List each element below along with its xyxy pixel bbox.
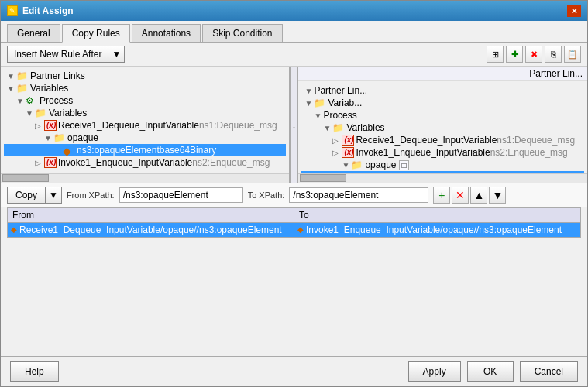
bottom-bar: Help Apply OK Cancel (1, 356, 587, 386)
variables2-label: Variables (49, 108, 87, 118)
right-tree-item-partner[interactable]: ▼ Partner Lin... (301, 84, 584, 97)
tab-general[interactable]: General (7, 24, 60, 42)
ns3opaque-label: ns3:opaqueElement (77, 145, 160, 156)
paste-icon[interactable]: 📋 (564, 46, 581, 63)
apply-button[interactable]: Apply (408, 361, 461, 382)
right-receive1-label: Receive1_Dequeue_InputVariable (356, 135, 497, 146)
left-scrollbar-thumb[interactable] (2, 174, 49, 182)
tree-item-variables[interactable]: ▼ 📁 Variables (4, 82, 286, 94)
right-toggle-opaque[interactable]: ▼ (342, 161, 351, 170)
close-button[interactable]: ✕ (567, 5, 581, 17)
right-toggle-invoke1[interactable]: ▷ (332, 149, 342, 157)
copy-icon[interactable]: ⎘ (545, 46, 562, 63)
tree-item-receive1[interactable]: ▷ (x) Receive1_Dequeue_InputVariable ns1… (4, 119, 286, 132)
tree-item-opaque[interactable]: ▼ 📁 opaque (4, 132, 286, 144)
invoke1-label: Invoke1_Enqueue_InputVariable (58, 157, 192, 168)
insert-rule-main[interactable]: Insert New Rule After (7, 46, 108, 63)
right-tree-header: Partner Lin... (298, 67, 587, 81)
right-opaque-expand[interactable]: □ (399, 160, 408, 170)
mapping-from-value: Receive1_Dequeue_InputVariable/opaque//n… (19, 224, 282, 235)
remove-red-icon[interactable]: ✖ (525, 46, 542, 63)
right-header-label: Partner Lin... (529, 68, 583, 79)
to-col-header: To (294, 208, 580, 222)
invoke1-type: ns2:Enqueue_msg (192, 157, 270, 168)
tree-item-invoke1[interactable]: ▷ (x) Invoke1_Enqueue_InputVariable ns2:… (4, 156, 286, 169)
tree-item-partner-links[interactable]: ▼ 📁 Partner Links (4, 70, 286, 82)
right-tree-item-variab[interactable]: ▼ 📁 Variab... (301, 97, 584, 109)
right-tree-item-receive1[interactable]: ▷ (x) Receive1_Dequeue_InputVariable ns1… (301, 134, 584, 146)
mapping-row-0[interactable]: ◆ Receive1_Dequeue_InputVariable/opaque/… (8, 223, 580, 237)
insert-rule-dropdown[interactable]: ▼ (108, 46, 125, 63)
copy-main-button[interactable]: Copy (7, 187, 46, 204)
toggle-partner-links[interactable]: ▼ (7, 72, 16, 80)
toolbar: Insert New Rule After ▼ ⊞ ✚ ✖ ⎘ 📋 (1, 43, 587, 67)
process-label: Process (40, 95, 73, 106)
tab-annotations[interactable]: Annotations (132, 24, 201, 42)
spacer (1, 241, 587, 357)
right-tree-scroll[interactable]: ▼ Partner Lin... ▼ 📁 Variab... ▼ Pr (298, 81, 587, 173)
mapping-to-cell-0: ◆ Invoke1_Enqueue_InputVariable/opaque//… (294, 223, 580, 237)
toggle-variables[interactable]: ▼ (7, 84, 16, 93)
right-toggle-receive1[interactable]: ▷ (332, 136, 342, 145)
tree-item-process[interactable]: ▼ ⚙ Process (4, 94, 286, 107)
right-scrollbar-thumb[interactable] (300, 174, 346, 182)
toggle-receive1[interactable]: ▷ (35, 122, 44, 130)
bottom-right: Apply OK Cancel (408, 361, 578, 382)
toolbar-icons: ⊞ ✚ ✖ ⎘ 📋 (487, 46, 581, 63)
right-invoke1-label: Invoke1_Enqueue_InputVariable (356, 147, 490, 158)
toggle-invoke1[interactable]: ▷ (35, 159, 44, 167)
mapping-to-icon: ◆ (297, 225, 304, 234)
folder-icon3: 📁 (35, 108, 47, 118)
xpath-remove-button[interactable]: ✕ (452, 187, 469, 204)
tree-item-variables2[interactable]: ▼ 📁 Variables (4, 107, 286, 119)
to-xpath-input[interactable] (289, 187, 428, 203)
diamond-icon: ◆ (63, 145, 75, 156)
right-scrollbar[interactable] (298, 173, 587, 183)
tabs-bar: General Copy Rules Annotations Skip Cond… (1, 21, 587, 43)
ok-button[interactable]: OK (467, 361, 514, 382)
insert-rule-button[interactable]: Insert New Rule After ▼ (7, 46, 125, 63)
right-toggle-variables[interactable]: ▼ (323, 124, 332, 132)
toggle-process[interactable]: ▼ (16, 97, 26, 105)
ns3opaque-type: base64Binary (160, 145, 216, 156)
mapping-from-icon: ◆ (11, 225, 17, 234)
receive1-label: Receive1_Dequeue_InputVariable (58, 120, 199, 131)
right-opaque-collapse[interactable]: – (411, 161, 415, 170)
mapping-table-header: From To (8, 208, 580, 223)
left-scrollbar[interactable] (1, 173, 289, 183)
from-xpath-input[interactable] (119, 187, 243, 203)
tab-copy-rules[interactable]: Copy Rules (62, 24, 130, 43)
opaque-label: opaque (67, 132, 98, 143)
toggle-opaque[interactable]: ▼ (44, 134, 53, 142)
left-tree-scroll[interactable]: ▼ 📁 Partner Links ▼ 📁 Variables ▼ (1, 67, 289, 173)
partner-links-label: Partner Links (30, 70, 85, 81)
bottom-left: Help (10, 361, 59, 382)
toggle-variables2[interactable]: ▼ (26, 109, 35, 118)
title-bar: ✎ Edit Assign ✕ (1, 1, 587, 21)
tab-skip-condition[interactable]: Skip Condition (202, 24, 282, 42)
folder-icon4: 📁 (53, 132, 66, 143)
grid-icon[interactable]: ⊞ (487, 46, 504, 63)
xpath-down-button[interactable]: ▼ (489, 187, 506, 204)
right-tree-item-process[interactable]: ▼ Process (301, 109, 584, 122)
right-toggle-partner[interactable]: ▼ (304, 87, 314, 95)
right-tree-item-invoke1[interactable]: ▷ (x) Invoke1_Enqueue_InputVariable ns2:… (301, 146, 584, 159)
tree-item-ns3opaque[interactable]: ◆ ns3:opaqueElement base64Binary (4, 144, 286, 156)
right-tree-item-opaque[interactable]: ▼ 📁 opaque □ – (301, 159, 584, 171)
help-button[interactable]: Help (10, 361, 59, 382)
receive1-type: ns1:Dequeue_msg (199, 120, 277, 131)
right-receive1-type: ns1:Dequeue_msg (497, 135, 575, 146)
right-toggle-process[interactable]: ▼ (314, 111, 323, 120)
add-green-icon[interactable]: ✚ (506, 46, 523, 63)
cancel-button[interactable]: Cancel (520, 361, 578, 382)
xpath-up-button[interactable]: ▲ (470, 187, 487, 204)
main-panels: ▼ 📁 Partner Links ▼ 📁 Variables ▼ (1, 67, 587, 356)
xpath-add-button[interactable]: + (433, 187, 450, 204)
trees-row: ▼ 📁 Partner Links ▼ 📁 Variables ▼ (1, 67, 587, 183)
copy-dropdown-button[interactable]: ▼ (46, 187, 62, 204)
copy-button[interactable]: Copy ▼ (7, 187, 62, 204)
right-tree-item-variables[interactable]: ▼ 📁 Variables (301, 122, 584, 134)
right-toggle-variab[interactable]: ▼ (304, 99, 314, 108)
right-variab-label: Variab... (328, 98, 362, 108)
xpath-actions: + ✕ ▲ ▼ (433, 187, 506, 204)
